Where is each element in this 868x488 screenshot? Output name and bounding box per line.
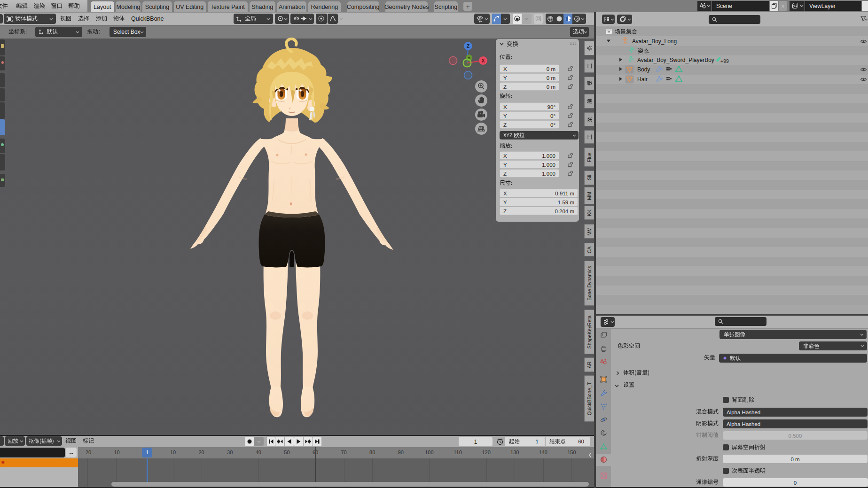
svg-text:Z: Z: [467, 44, 469, 49]
svg-text:X: X: [482, 58, 485, 63]
